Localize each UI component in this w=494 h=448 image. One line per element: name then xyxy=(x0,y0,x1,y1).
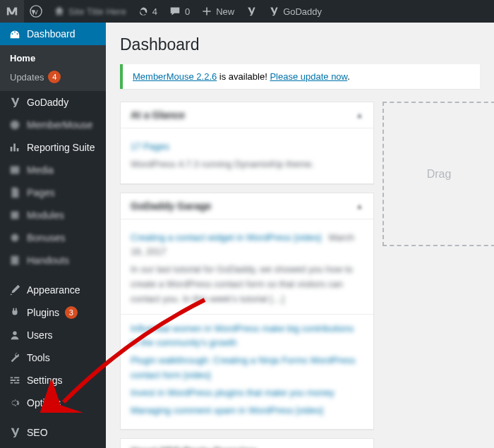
menu-label: Options xyxy=(27,397,61,408)
admin-toolbar: Site Title Here 4 0 New GoDaddy xyxy=(0,0,494,23)
menu-tools[interactable]: Tools xyxy=(0,346,106,369)
svg-rect-2 xyxy=(11,167,20,174)
pages-icon xyxy=(8,186,21,199)
site-name[interactable]: Site Title Here xyxy=(48,0,132,23)
dropzone-label: Drag xyxy=(427,168,452,181)
menu-label: Users xyxy=(27,329,53,341)
widget-toggle[interactable]: ▲ xyxy=(356,111,363,119)
garage-link-5[interactable]: Managing comment spam in WordPress [vide… xyxy=(131,404,363,418)
updates-badge: 4 xyxy=(48,71,61,83)
widget-dropzone[interactable]: Drag xyxy=(382,102,494,246)
menu-handouts[interactable]: Handouts xyxy=(0,249,106,272)
dashboard-icon xyxy=(8,28,21,40)
menu-label: Pages xyxy=(27,187,55,198)
svg-point-4 xyxy=(11,234,19,242)
menu-bonuses[interactable]: Bonuses xyxy=(0,226,106,249)
menu-dashboard[interactable]: Dashboard xyxy=(0,23,106,45)
menu-modules[interactable]: Modules xyxy=(0,204,106,226)
page-title: Dashboard xyxy=(120,35,480,54)
menu-label: Settings xyxy=(27,375,63,386)
glance-pages[interactable]: 17 Pages xyxy=(131,140,363,155)
godaddy-icon xyxy=(8,96,21,109)
menu-plugins[interactable]: Plugins3 xyxy=(0,301,106,324)
dashboard-submenu: Home Updates4 xyxy=(0,45,106,91)
notice-period: . xyxy=(347,71,350,82)
widget-yoast-overview: Yoast SEO Posts Overview▲ Below are your… xyxy=(120,438,374,448)
mm-icon xyxy=(8,119,21,131)
godaddy-bar[interactable]: GoDaddy xyxy=(263,0,327,23)
menu-label: MemberMouse xyxy=(27,119,92,131)
collapse-menu[interactable]: Collapse menu xyxy=(0,444,106,448)
menu-pages[interactable]: Pages xyxy=(0,181,106,204)
brush-icon xyxy=(8,284,21,296)
garage-excerpt: In our last tutorial for GoDaddy, we sho… xyxy=(131,262,363,306)
menu-membermouse[interactable]: MemberMouse xyxy=(0,114,106,136)
svg-point-5 xyxy=(13,332,16,335)
svg-rect-3 xyxy=(11,212,19,219)
menu-settings[interactable]: Settings xyxy=(0,369,106,392)
new-content[interactable]: New xyxy=(195,0,240,23)
notice-text: is available! xyxy=(217,71,270,82)
garage-link-1[interactable]: Creating a contact widget in WordPress [… xyxy=(131,232,321,243)
widget-godaddy-garage: GoDaddy Garage▲ Creating a contact widge… xyxy=(120,193,374,430)
garage-link-3[interactable]: Plugin walkthrough: Creating a Ninja For… xyxy=(131,353,363,383)
admin-sidebar: Dashboard Home Updates4 GoDaddy MemberMo… xyxy=(0,23,106,448)
widget-title: At a Glance xyxy=(131,109,185,121)
bonuses-icon xyxy=(8,231,21,244)
yoast-icon xyxy=(8,426,21,439)
glance-version: WordPress 4.7.3 running DynamixKip theme… xyxy=(131,157,363,172)
menu-label: Media xyxy=(27,164,54,176)
media-icon xyxy=(8,164,21,176)
menu-label: Handouts xyxy=(27,255,69,266)
plugins-badge: 3 xyxy=(65,306,78,319)
svg-point-1 xyxy=(11,121,20,130)
widget-toggle[interactable]: ▲ xyxy=(356,202,363,210)
handouts-icon xyxy=(8,254,21,267)
updates-bar[interactable]: 4 xyxy=(132,0,163,23)
content-area: Dashboard MemberMouse 2.2.6 is available… xyxy=(106,23,494,448)
sliders-icon xyxy=(8,374,21,387)
menu-label: Modules xyxy=(27,210,64,221)
menu-label: Reporting Suite xyxy=(27,142,95,153)
svg-point-0 xyxy=(30,6,42,17)
update-notice: MemberMouse 2.2.6 is available! Please u… xyxy=(120,64,480,89)
notice-product-link[interactable]: MemberMouse 2.2.6 xyxy=(133,71,217,82)
widget-at-a-glance: At a Glance▲ 17 Pages WordPress 4.7.3 ru… xyxy=(120,102,374,184)
yoast-bar-icon[interactable] xyxy=(240,0,263,23)
plug-icon xyxy=(8,306,21,319)
user-icon xyxy=(8,329,21,341)
menu-godaddy[interactable]: GoDaddy xyxy=(0,91,106,114)
menu-media[interactable]: Media xyxy=(0,159,106,181)
menu-options[interactable]: Options xyxy=(0,392,106,414)
menu-label: Tools xyxy=(27,352,50,363)
garage-link-4[interactable]: Invest in WordPress plugins that make yo… xyxy=(131,386,363,401)
menu-label: SEO xyxy=(27,427,48,438)
menu-appearance[interactable]: Appearance xyxy=(0,279,106,301)
wrench-icon xyxy=(8,351,21,364)
menu-label: GoDaddy xyxy=(27,97,68,108)
m-logo[interactable] xyxy=(0,0,24,23)
widget-title: GoDaddy Garage xyxy=(131,200,211,212)
menu-seo[interactable]: SEO xyxy=(0,421,106,444)
menu-users[interactable]: Users xyxy=(0,324,106,346)
menu-label: Bonuses xyxy=(27,232,65,243)
submenu-updates[interactable]: Updates4 xyxy=(0,67,106,87)
menu-label: Appearance xyxy=(27,284,80,296)
menu-reporting[interactable]: Reporting Suite xyxy=(0,136,106,159)
modules-icon xyxy=(8,209,21,222)
menu-label: Plugins xyxy=(27,307,59,318)
submenu-home[interactable]: Home xyxy=(0,49,106,67)
wp-logo[interactable] xyxy=(24,0,48,23)
menu-label: Dashboard xyxy=(27,28,76,40)
gear-icon xyxy=(8,396,21,409)
notice-update-link[interactable]: Please update now xyxy=(270,71,347,82)
chart-icon xyxy=(8,141,21,154)
comments-bar[interactable]: 0 xyxy=(163,0,195,23)
garage-link-2[interactable]: Influential women in WordPress make big … xyxy=(131,322,363,351)
